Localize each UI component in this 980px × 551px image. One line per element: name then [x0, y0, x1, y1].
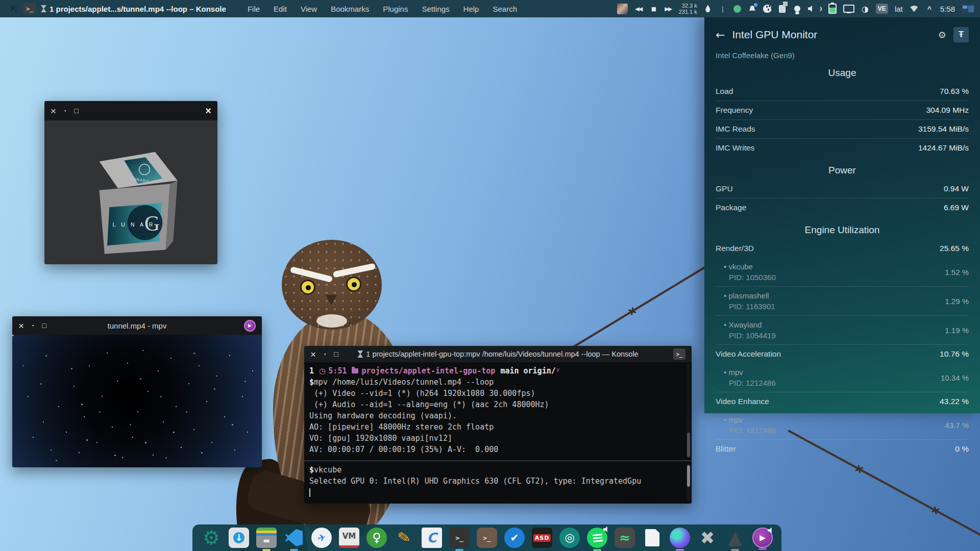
- discover[interactable]: ↓: [229, 528, 249, 548]
- minimize-icon[interactable]: ▪: [324, 352, 326, 357]
- menu-item[interactable]: Settings: [422, 5, 449, 13]
- media-pause-icon[interactable]: ▮▮: [649, 3, 657, 15]
- okular[interactable]: C: [422, 528, 442, 548]
- menu-item[interactable]: Plugins: [383, 5, 408, 13]
- dock-glyph: ✎: [397, 529, 412, 546]
- close-icon[interactable]: ×: [51, 106, 56, 116]
- wifi-icon[interactable]: [910, 3, 919, 15]
- spotify[interactable]: [587, 528, 607, 548]
- terminal-pane-top[interactable]: 15:51projects/applet-intel-gpu-topmain o…: [304, 362, 692, 460]
- mpv-video-area[interactable]: [12, 335, 262, 467]
- audio-volume-icon[interactable]: [808, 3, 822, 15]
- metric-label: Video Enhance: [716, 397, 769, 406]
- vkcube-titlebar[interactable]: × ▪ □ ×: [44, 101, 217, 120]
- kitty[interactable]: >_: [477, 528, 497, 548]
- terminal-pane-bottom[interactable]: $vkcubeSelected GPU 0: Intel(R) UHD Grap…: [304, 461, 692, 504]
- media-next-icon[interactable]: ▶▶: [664, 3, 672, 15]
- separator[interactable]: |: [719, 3, 727, 15]
- water-drop-icon[interactable]: [704, 3, 712, 15]
- scrollbar[interactable]: [687, 364, 691, 458]
- status-circle-icon[interactable]: [733, 3, 742, 15]
- notification-bell-icon[interactable]: [748, 3, 756, 15]
- vmware[interactable]: VM: [339, 528, 359, 548]
- menu-item[interactable]: Bookmarks: [331, 5, 369, 13]
- scrollbar-thumb[interactable]: [687, 465, 690, 487]
- scrollbar-thumb[interactable]: [687, 433, 690, 457]
- menu-item[interactable]: Search: [493, 5, 517, 13]
- mpv[interactable]: ▶: [752, 528, 773, 548]
- maximize-icon[interactable]: □: [334, 350, 338, 358]
- keepassxc[interactable]: ♀: [366, 528, 387, 548]
- intel-gpu-monitor-panel: ← Intel GPU Monitor ⚙ Ŧ Intel Coffeelake…: [704, 17, 980, 413]
- maximize-icon[interactable]: □: [42, 321, 46, 330]
- kde-logo-icon[interactable]: K: [8, 3, 19, 14]
- night-color-icon[interactable]: ◑: [861, 3, 869, 15]
- metric-label: Frequency: [716, 106, 753, 115]
- pin-button[interactable]: Ŧ: [953, 27, 969, 42]
- falkon[interactable]: ✈: [311, 528, 332, 548]
- expand-chevron[interactable]: ^: [925, 3, 934, 15]
- metric-label: Package: [716, 203, 746, 212]
- gpu-metric-row: Render/3D 25.65 %: [716, 239, 969, 258]
- gpu-name: Intel Coffeelake (Gen9): [716, 51, 969, 60]
- maximize-icon[interactable]: □: [74, 107, 78, 115]
- konsole-titlebar[interactable]: 1 projects/applet-intel-gpu-top:mpv /hom…: [304, 346, 692, 362]
- color-palette-icon[interactable]: [763, 3, 772, 15]
- display-icon[interactable]: [843, 3, 854, 15]
- media-previous-icon[interactable]: ◀◀: [634, 3, 643, 15]
- process-pid: PID: 1212486: [724, 378, 776, 388]
- keyboard-layout[interactable]: lat: [895, 3, 903, 15]
- color-picker[interactable]: ✎: [394, 528, 414, 548]
- process-pid: PID: 1163901: [724, 301, 775, 312]
- konsole[interactable]: >_: [449, 528, 470, 548]
- dock-glyph: ✈: [316, 532, 327, 544]
- metric-label: Blitter: [716, 444, 736, 454]
- prompt-time: 5:51: [319, 366, 347, 375]
- system-monitor[interactable]: ≈: [615, 528, 635, 548]
- wasd-keys[interactable]: ASD: [532, 528, 552, 548]
- firefox[interactable]: [670, 528, 690, 548]
- album-art-icon[interactable]: [617, 4, 628, 14]
- mpv-titlebar[interactable]: tunnel.mp4 - mpv × ▪ □ ▶: [12, 316, 262, 335]
- system-settings[interactable]: ⚙: [201, 528, 222, 548]
- pager-icon[interactable]: [962, 5, 975, 13]
- close-icon[interactable]: ×: [310, 349, 316, 359]
- dock-glyph: ASD: [533, 534, 551, 542]
- wire-barb: [853, 463, 865, 474]
- battery-icon[interactable]: [828, 3, 837, 15]
- minimize-icon[interactable]: ▪: [64, 108, 66, 113]
- file-drawer[interactable]: ▬: [256, 528, 277, 548]
- terminal-command-line: $mpv /home/luis/Videos/tunnel.mp4 --loop: [309, 377, 684, 388]
- keyboard-layout-badge[interactable]: VE: [876, 4, 888, 14]
- spectacle[interactable]: ◎: [559, 528, 580, 548]
- dock: ⚙ ↓ ▬ ✈ VM: [192, 524, 781, 551]
- back-arrow-icon[interactable]: ←: [716, 29, 725, 41]
- konsole-app-icon[interactable]: >_: [23, 3, 36, 14]
- dock-glyph: >_: [483, 535, 491, 541]
- gear-icon[interactable]: ⚙: [938, 30, 946, 40]
- gpu-panel-title: Intel GPU Monitor: [732, 29, 817, 41]
- terminal-content[interactable]: 15:51projects/applet-intel-gpu-topmain o…: [304, 362, 692, 504]
- metric-label: IMC Reads: [716, 124, 755, 134]
- clock[interactable]: 5:58: [940, 3, 955, 15]
- menu-item[interactable]: View: [301, 5, 317, 13]
- process-name: vkcube: [724, 261, 776, 272]
- menu-item[interactable]: File: [248, 5, 260, 13]
- close-icon[interactable]: ×: [18, 321, 24, 331]
- clipboard-icon[interactable]: [778, 3, 787, 15]
- scrollbar[interactable]: [687, 463, 691, 502]
- idea-bulb-icon[interactable]: [793, 3, 801, 15]
- menu-item[interactable]: Edit: [274, 5, 287, 13]
- network-speed[interactable]: 32.3 k 231.1 k: [679, 3, 697, 15]
- inkscape[interactable]: ▲: [725, 528, 745, 548]
- todo-check[interactable]: ✔: [504, 528, 525, 548]
- minimize-icon[interactable]: ▪: [32, 323, 34, 328]
- close-x[interactable]: ✖: [697, 528, 718, 548]
- vscode[interactable]: [284, 528, 304, 548]
- gpu-metric-row: IMC Reads 3159.54 MiB/s: [716, 120, 969, 139]
- gpu-process-row: vkcube PID: 1050360 1.52 %: [716, 258, 969, 287]
- close-icon[interactable]: ×: [205, 105, 211, 117]
- menu-item[interactable]: Help: [463, 5, 479, 13]
- gpu-metric-row: Load 70.63 %: [716, 82, 969, 101]
- text-editor[interactable]: [642, 528, 663, 548]
